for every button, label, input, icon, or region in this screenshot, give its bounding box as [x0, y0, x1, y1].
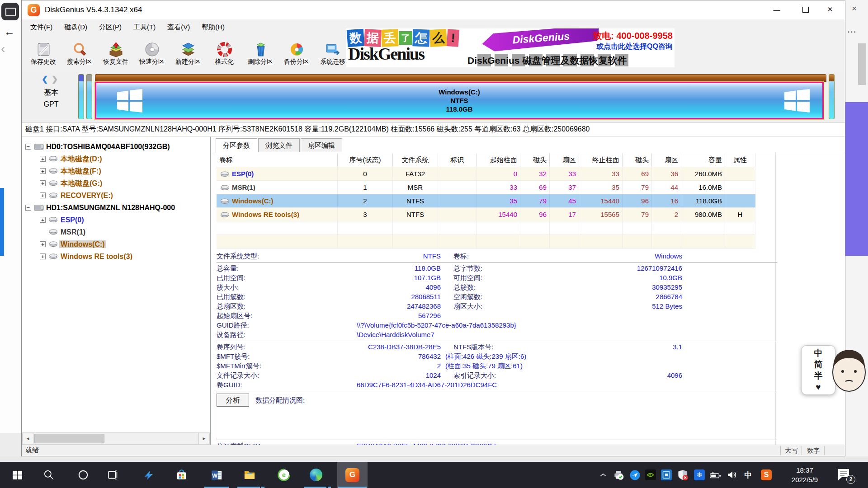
tray-printer-icon[interactable] [612, 469, 625, 481]
tray-sogou-icon[interactable]: S [760, 469, 773, 481]
format-donut-icon [217, 42, 232, 57]
scrollbar-thumb[interactable] [34, 434, 104, 443]
expand-icon[interactable]: + [40, 168, 46, 174]
chevron-left-icon[interactable]: ‹ [1, 42, 5, 56]
table-row-windows-re[interactable]: Windows RE tools(3) 3 NTFS 15440 96 17 1… [217, 208, 755, 221]
cortana-button[interactable] [70, 462, 97, 488]
tree-item-msr[interactable]: MSR(1) [22, 226, 210, 238]
tray-power-icon[interactable] [709, 469, 722, 481]
scroll-left-icon[interactable]: ◂ [22, 433, 33, 444]
tree-item-recovery-e[interactable]: + RECOVERY(E:) [22, 189, 210, 202]
action-center-button[interactable]: 2 [836, 468, 854, 482]
expand-icon[interactable]: + [40, 180, 46, 186]
tray-nvidia-icon[interactable] [644, 469, 657, 481]
tree-item-local-f[interactable]: + 本地磁盘(F:) [22, 165, 210, 177]
tree-item-windows-c[interactable]: + Windows(C:) [22, 238, 210, 250]
quick-partition-button[interactable]: 快速分区 [134, 35, 170, 73]
close-button[interactable]: ✕ [820, 0, 840, 19]
ime-status-panel[interactable]: 中 简 半 ♥ [801, 343, 868, 396]
tray-ime-indicator[interactable]: 中 [742, 469, 755, 481]
tray-messenger-icon[interactable] [628, 469, 641, 481]
expand-icon[interactable]: + [40, 217, 46, 223]
search-partition-button[interactable]: 搜索分区 [61, 35, 98, 73]
minimize-button[interactable]: — [766, 0, 787, 19]
tree-item-hd1[interactable]: − HD1:SAMSUNGMZNL N128HAHQ-000 [22, 202, 210, 214]
tab-sector-edit[interactable]: 扇区编辑 [301, 138, 342, 152]
prev-disk-icon[interactable]: ❮ [42, 75, 48, 84]
tab-browse-files[interactable]: 浏览文件 [258, 138, 300, 152]
active-app-diskgenius[interactable]: G [337, 462, 368, 488]
tree-horizontal-scrollbar[interactable]: ◂ ▸ [22, 432, 210, 445]
tray-snowflake-icon[interactable]: ❄ [693, 469, 706, 481]
tray-chevron-up-icon[interactable] [597, 469, 609, 481]
tree-item-windows-re[interactable]: + Windows RE tools(3) [22, 250, 210, 263]
recover-files-button[interactable]: 恢复文件 [98, 35, 134, 73]
tab-partition-params[interactable]: 分区参数 [216, 138, 257, 152]
back-arrow-icon[interactable]: ← [4, 25, 15, 38]
backup-partition-button[interactable]: 备份分区 [278, 35, 315, 73]
cortana-icon [77, 469, 89, 481]
maximize-icon [802, 7, 809, 13]
taskbar-clock[interactable]: 18:37 2022/5/9 [784, 465, 825, 484]
collapse-icon[interactable]: − [25, 205, 31, 211]
pinned-app-feishu[interactable] [135, 462, 162, 488]
partition-icon [220, 171, 229, 177]
tray-intel-graphics-icon[interactable] [660, 469, 673, 481]
scroll-right-icon[interactable]: ▸ [198, 433, 210, 444]
partition-sliver-msr[interactable] [86, 74, 92, 119]
delete-partition-button[interactable]: 删除分区 [242, 35, 278, 73]
menu-view[interactable]: 查看(V) [161, 23, 196, 32]
disk-header-bar [95, 74, 826, 82]
background-close-icon[interactable]: × [852, 4, 857, 14]
open-app-edge[interactable] [302, 462, 330, 488]
search-icon [72, 42, 88, 57]
menu-help[interactable]: 帮助(H) [196, 23, 231, 32]
format-button[interactable]: 格式化 [206, 35, 242, 73]
pinned-app-360[interactable]: e [270, 462, 297, 488]
background-scrollbar-thumb[interactable] [858, 43, 866, 85]
menu-tools[interactable]: 工具(T) [127, 23, 161, 32]
expand-icon[interactable]: + [40, 156, 46, 162]
table-row-msr[interactable]: MSR(1) 1 MSR 33 69 37 35 79 44 16.0MB [217, 181, 755, 194]
tree-item-local-g[interactable]: + 本地磁盘(G:) [22, 177, 210, 189]
status-numlock: 数字 [802, 446, 825, 455]
diskgenius-icon: G [345, 468, 359, 482]
taskbar-search-button[interactable] [35, 462, 62, 488]
system-migration-button[interactable]: 系统迁移 [315, 35, 351, 73]
partition-sliver-re-tools[interactable] [829, 74, 835, 119]
tree-item-local-d[interactable]: + 本地磁盘(D:) [22, 153, 210, 165]
partition-block-windows-c[interactable]: Windows(C:) NTFS 118.0GB [95, 82, 824, 119]
background-tab-icon[interactable] [1, 3, 19, 20]
expand-icon[interactable]: + [40, 241, 46, 247]
main-area: − HD0:TOSHIBAMQ04ABF100(932GB) + 本地磁盘(D:… [22, 137, 845, 446]
open-app-explorer[interactable] [236, 462, 263, 488]
collapse-icon[interactable]: − [25, 144, 31, 150]
partition-sliver-esp[interactable] [78, 74, 84, 119]
tray-security-shield-icon[interactable] [676, 469, 689, 481]
analyze-button[interactable]: 分析 [217, 394, 249, 407]
advert-qq-link[interactable]: 或点击此处选择QQ咨询 [596, 42, 673, 52]
pinned-app-store[interactable] [168, 462, 195, 488]
menu-disk[interactable]: 磁盘(D) [58, 23, 93, 32]
partition-size: 118.0GB [446, 105, 472, 113]
new-partition-button[interactable]: 新建分区 [170, 35, 206, 73]
table-row-windows-c-selected[interactable]: Windows(C:) 2 NTFS 35 79 45 15440 96 16 … [217, 194, 755, 208]
maximize-button[interactable] [795, 0, 816, 19]
save-changes-button[interactable]: 保存更改 [25, 35, 61, 73]
open-app-word[interactable]: W [203, 462, 230, 488]
start-button[interactable] [4, 462, 31, 488]
expand-icon[interactable]: + [40, 192, 46, 198]
advert-banner[interactable]: 数据丢了怎么! DiskGenius DiskGenius 致电: 400-00… [346, 28, 675, 67]
task-view-button[interactable] [99, 462, 127, 488]
partition-icon [49, 168, 58, 174]
next-disk-icon[interactable]: ❯ [52, 75, 58, 84]
menu-partition[interactable]: 分区(P) [93, 23, 127, 32]
notification-badge: 2 [846, 475, 855, 484]
tree-item-hd0[interactable]: − HD0:TOSHIBAMQ04ABF100(932GB) [22, 141, 210, 153]
background-menu-icon[interactable]: ⋯ [847, 26, 857, 37]
expand-icon[interactable]: + [40, 253, 46, 259]
tray-volume-icon[interactable] [726, 469, 738, 481]
table-row-esp[interactable]: ESP(0) 0 FAT32 0 32 33 33 69 36 260.0MB [217, 167, 755, 181]
tree-item-esp[interactable]: + ESP(0) [22, 214, 210, 226]
menu-file[interactable]: 文件(F) [24, 23, 58, 32]
